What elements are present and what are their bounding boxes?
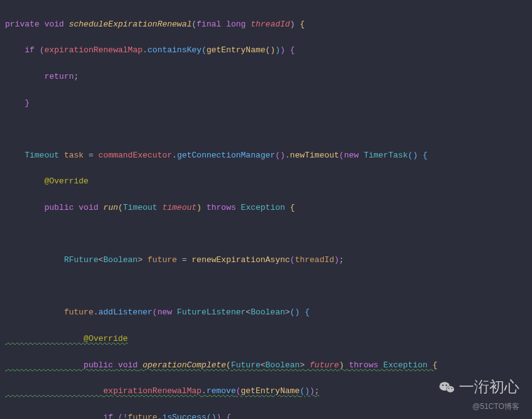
code-line: @Override (5, 333, 532, 346)
code-line: RFuture<Boolean> future = renewExpiratio… (5, 254, 532, 267)
code-line (5, 123, 532, 136)
code-line (5, 228, 532, 241)
code-line: return; (5, 71, 532, 84)
code-line: expirationRenewalMap.remove(getEntryName… (5, 385, 532, 398)
code-editor[interactable]: private void scheduleExpirationRenewal(f… (5, 5, 532, 419)
code-line (5, 280, 532, 294)
code-line: private void scheduleExpirationRenewal(f… (5, 18, 532, 32)
code-line: if (expirationRenewalMap.containsKey(get… (5, 44, 532, 57)
code-line: @Override (5, 175, 532, 188)
code-line: future.addListener(new FutureListener<Bo… (5, 306, 532, 319)
code-line: Timeout task = commandExecutor.getConnec… (5, 149, 532, 163)
code-line: } (5, 97, 532, 110)
code-line: public void run(Timeout timeout) throws … (5, 202, 532, 215)
code-line: if (!future.isSuccess()) { (5, 411, 532, 419)
code-line: public void operationComplete(Future<Boo… (5, 359, 532, 372)
